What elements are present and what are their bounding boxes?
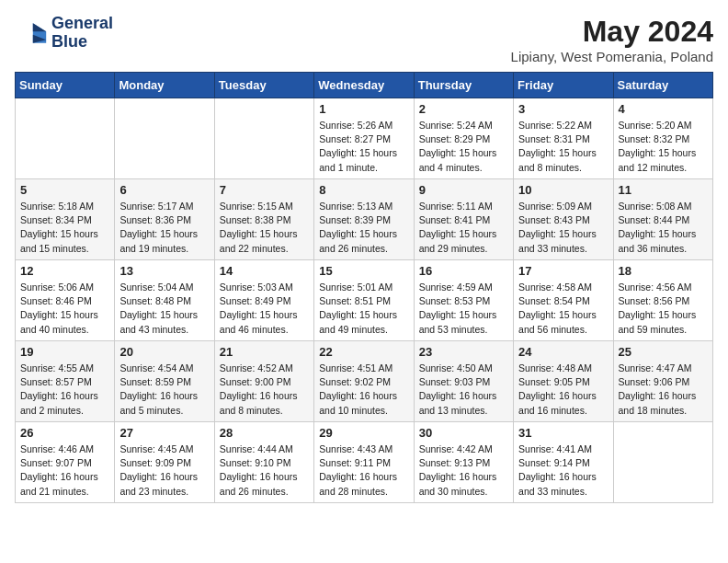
cell-details: Sunrise: 4:48 AM Sunset: 9:05 PM Dayligh… [518, 362, 608, 418]
day-number: 20 [119, 345, 209, 359]
calendar-week-row: 19Sunrise: 4:55 AM Sunset: 8:57 PM Dayli… [16, 341, 713, 422]
day-number: 3 [518, 102, 608, 116]
calendar-cell: 19Sunrise: 4:55 AM Sunset: 8:57 PM Dayli… [16, 341, 115, 422]
calendar-week-row: 26Sunrise: 4:46 AM Sunset: 9:07 PM Dayli… [16, 422, 713, 503]
day-number: 29 [319, 426, 408, 440]
day-number: 17 [518, 264, 608, 278]
month-title: May 2024 [511, 15, 713, 49]
calendar-header: SundayMondayTuesdayWednesdayThursdayFrid… [16, 73, 713, 98]
cell-details: Sunrise: 4:58 AM Sunset: 8:54 PM Dayligh… [518, 281, 608, 337]
logo-text: General Blue [51, 15, 113, 52]
cell-details: Sunrise: 5:08 AM Sunset: 8:44 PM Dayligh… [619, 200, 708, 256]
calendar-cell: 3Sunrise: 5:22 AM Sunset: 8:31 PM Daylig… [514, 98, 613, 179]
title-block: May 2024 Lipiany, West Pomerania, Poland [511, 15, 713, 64]
calendar-cell: 4Sunrise: 5:20 AM Sunset: 8:32 PM Daylig… [613, 98, 712, 179]
day-number: 26 [20, 426, 109, 440]
calendar-cell: 6Sunrise: 5:17 AM Sunset: 8:36 PM Daylig… [115, 179, 214, 260]
day-number: 30 [419, 426, 508, 440]
cell-details: Sunrise: 5:26 AM Sunset: 8:27 PM Dayligh… [319, 119, 408, 175]
cell-details: Sunrise: 5:24 AM Sunset: 8:29 PM Dayligh… [419, 119, 508, 175]
cell-details: Sunrise: 4:54 AM Sunset: 8:59 PM Dayligh… [119, 362, 209, 418]
cell-details: Sunrise: 5:06 AM Sunset: 8:46 PM Dayligh… [20, 281, 109, 337]
cell-details: Sunrise: 5:04 AM Sunset: 8:48 PM Dayligh… [119, 281, 209, 337]
day-number: 15 [319, 264, 408, 278]
calendar-cell: 27Sunrise: 4:45 AM Sunset: 9:09 PM Dayli… [115, 422, 214, 503]
cell-details: Sunrise: 4:56 AM Sunset: 8:56 PM Dayligh… [619, 281, 708, 337]
calendar-cell: 26Sunrise: 4:46 AM Sunset: 9:07 PM Dayli… [16, 422, 115, 503]
calendar-cell: 18Sunrise: 4:56 AM Sunset: 8:56 PM Dayli… [613, 260, 712, 341]
cell-details: Sunrise: 4:46 AM Sunset: 9:07 PM Dayligh… [20, 442, 109, 499]
day-number: 11 [619, 183, 708, 197]
calendar-week-row: 12Sunrise: 5:06 AM Sunset: 8:46 PM Dayli… [16, 260, 713, 341]
day-number: 4 [619, 102, 708, 116]
logo: General Blue [15, 15, 113, 52]
calendar-cell: 28Sunrise: 4:44 AM Sunset: 9:10 PM Dayli… [214, 422, 313, 503]
day-number: 6 [119, 183, 209, 197]
calendar-cell: 7Sunrise: 5:15 AM Sunset: 8:38 PM Daylig… [214, 179, 313, 260]
calendar-cell [16, 98, 115, 179]
calendar-cell: 22Sunrise: 4:51 AM Sunset: 9:02 PM Dayli… [314, 341, 414, 422]
cell-details: Sunrise: 5:20 AM Sunset: 8:32 PM Dayligh… [619, 119, 708, 175]
calendar-cell: 9Sunrise: 5:11 AM Sunset: 8:41 PM Daylig… [414, 179, 513, 260]
calendar-week-row: 5Sunrise: 5:18 AM Sunset: 8:34 PM Daylig… [16, 179, 713, 260]
calendar-body: 1Sunrise: 5:26 AM Sunset: 8:27 PM Daylig… [16, 98, 713, 503]
calendar-cell [115, 98, 214, 179]
cell-details: Sunrise: 4:59 AM Sunset: 8:53 PM Dayligh… [419, 281, 508, 337]
weekday-header: Saturday [613, 73, 712, 98]
calendar-cell: 21Sunrise: 4:52 AM Sunset: 9:00 PM Dayli… [214, 341, 313, 422]
calendar-cell: 14Sunrise: 5:03 AM Sunset: 8:49 PM Dayli… [214, 260, 313, 341]
day-number: 23 [419, 345, 508, 359]
day-number: 13 [119, 264, 209, 278]
day-number: 10 [518, 183, 608, 197]
day-number: 8 [319, 183, 408, 197]
weekday-header: Thursday [414, 73, 513, 98]
calendar-cell: 11Sunrise: 5:08 AM Sunset: 8:44 PM Dayli… [613, 179, 712, 260]
cell-details: Sunrise: 5:03 AM Sunset: 8:49 PM Dayligh… [220, 281, 309, 337]
day-number: 27 [119, 426, 209, 440]
day-number: 25 [619, 345, 708, 359]
day-number: 16 [419, 264, 508, 278]
header-row: SundayMondayTuesdayWednesdayThursdayFrid… [16, 73, 713, 98]
day-number: 9 [419, 183, 508, 197]
cell-details: Sunrise: 4:55 AM Sunset: 8:57 PM Dayligh… [20, 362, 109, 418]
calendar-cell: 31Sunrise: 4:41 AM Sunset: 9:14 PM Dayli… [514, 422, 613, 503]
cell-details: Sunrise: 4:45 AM Sunset: 9:09 PM Dayligh… [119, 442, 209, 499]
weekday-header: Friday [514, 73, 613, 98]
calendar-cell: 20Sunrise: 4:54 AM Sunset: 8:59 PM Dayli… [115, 341, 214, 422]
cell-details: Sunrise: 4:41 AM Sunset: 9:14 PM Dayligh… [518, 442, 608, 499]
cell-details: Sunrise: 5:01 AM Sunset: 8:51 PM Dayligh… [319, 281, 408, 337]
cell-details: Sunrise: 4:44 AM Sunset: 9:10 PM Dayligh… [220, 442, 309, 499]
cell-details: Sunrise: 4:47 AM Sunset: 9:06 PM Dayligh… [619, 362, 708, 418]
calendar-cell [613, 422, 712, 503]
calendar-cell: 24Sunrise: 4:48 AM Sunset: 9:05 PM Dayli… [514, 341, 613, 422]
day-number: 21 [220, 345, 309, 359]
cell-details: Sunrise: 5:09 AM Sunset: 8:43 PM Dayligh… [518, 200, 608, 256]
cell-details: Sunrise: 5:13 AM Sunset: 8:39 PM Dayligh… [319, 200, 408, 256]
cell-details: Sunrise: 4:42 AM Sunset: 9:13 PM Dayligh… [419, 442, 508, 499]
calendar-cell: 30Sunrise: 4:42 AM Sunset: 9:13 PM Dayli… [414, 422, 513, 503]
weekday-header: Wednesday [314, 73, 414, 98]
day-number: 22 [319, 345, 408, 359]
calendar-cell: 13Sunrise: 5:04 AM Sunset: 8:48 PM Dayli… [115, 260, 214, 341]
calendar-cell: 16Sunrise: 4:59 AM Sunset: 8:53 PM Dayli… [414, 260, 513, 341]
cell-details: Sunrise: 5:11 AM Sunset: 8:41 PM Dayligh… [419, 200, 508, 256]
day-number: 12 [20, 264, 109, 278]
cell-details: Sunrise: 5:17 AM Sunset: 8:36 PM Dayligh… [119, 200, 209, 256]
calendar-cell: 1Sunrise: 5:26 AM Sunset: 8:27 PM Daylig… [314, 98, 414, 179]
cell-details: Sunrise: 5:22 AM Sunset: 8:31 PM Dayligh… [518, 119, 608, 175]
weekday-header: Tuesday [214, 73, 313, 98]
calendar-cell: 17Sunrise: 4:58 AM Sunset: 8:54 PM Dayli… [514, 260, 613, 341]
calendar-table: SundayMondayTuesdayWednesdayThursdayFrid… [15, 72, 713, 503]
cell-details: Sunrise: 4:50 AM Sunset: 9:03 PM Dayligh… [419, 362, 508, 418]
calendar-cell: 8Sunrise: 5:13 AM Sunset: 8:39 PM Daylig… [314, 179, 414, 260]
day-number: 28 [220, 426, 309, 440]
day-number: 18 [619, 264, 708, 278]
calendar-cell: 23Sunrise: 4:50 AM Sunset: 9:03 PM Dayli… [414, 341, 513, 422]
day-number: 19 [20, 345, 109, 359]
calendar-cell: 5Sunrise: 5:18 AM Sunset: 8:34 PM Daylig… [16, 179, 115, 260]
day-number: 31 [518, 426, 608, 440]
calendar-cell: 25Sunrise: 4:47 AM Sunset: 9:06 PM Dayli… [613, 341, 712, 422]
day-number: 2 [419, 102, 508, 116]
calendar-cell: 12Sunrise: 5:06 AM Sunset: 8:46 PM Dayli… [16, 260, 115, 341]
calendar-cell: 15Sunrise: 5:01 AM Sunset: 8:51 PM Dayli… [314, 260, 414, 341]
